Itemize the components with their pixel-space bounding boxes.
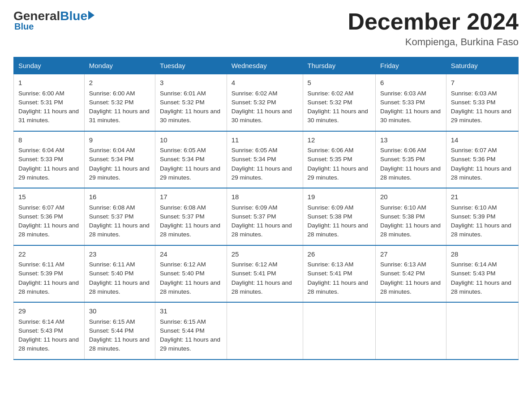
calendar-cell: 8Sunrise: 6:04 AMSunset: 5:33 PMDaylight… xyxy=(14,131,85,188)
logo: General Blue Blue xyxy=(13,9,94,32)
daylight-label: Daylight: 11 hours and 28 minutes. xyxy=(451,222,511,238)
daylight-label: Daylight: 11 hours and 31 minutes. xyxy=(18,108,79,124)
daylight-label: Daylight: 11 hours and 28 minutes. xyxy=(89,279,150,295)
day-number: 1 xyxy=(18,78,80,88)
sunrise-label: Sunrise: 6:07 AM xyxy=(451,147,497,154)
title-area: December 2024 Kompienga, Burkina Faso xyxy=(348,9,519,48)
sunset-label: Sunset: 5:32 PM xyxy=(160,99,205,106)
day-number: 13 xyxy=(380,135,442,146)
sunset-label: Sunset: 5:34 PM xyxy=(232,156,276,163)
calendar-cell: 6Sunrise: 6:03 AMSunset: 5:33 PMDaylight… xyxy=(375,74,446,131)
sunset-label: Sunset: 5:40 PM xyxy=(160,270,205,277)
calendar-cell: 25Sunrise: 6:12 AMSunset: 5:41 PMDayligh… xyxy=(227,245,303,303)
sunrise-label: Sunrise: 6:10 AM xyxy=(380,204,426,211)
sunset-label: Sunset: 5:32 PM xyxy=(308,99,352,106)
calendar-cell: 30Sunrise: 6:15 AMSunset: 5:44 PMDayligh… xyxy=(84,302,155,360)
page-header: General Blue Blue December 2024 Kompieng… xyxy=(13,9,519,48)
sunrise-label: Sunrise: 6:02 AM xyxy=(308,90,354,97)
calendar-cell: 4Sunrise: 6:02 AMSunset: 5:32 PMDaylight… xyxy=(227,74,303,131)
day-number: 29 xyxy=(18,306,80,317)
day-number: 21 xyxy=(451,192,514,202)
day-number: 30 xyxy=(89,306,150,317)
header-wednesday: Wednesday xyxy=(227,57,303,74)
day-number: 16 xyxy=(89,192,150,202)
sunrise-label: Sunrise: 6:14 AM xyxy=(18,318,64,325)
day-number: 15 xyxy=(18,192,80,202)
sunset-label: Sunset: 5:35 PM xyxy=(380,156,425,163)
calendar-header-row: SundayMondayTuesdayWednesdayThursdayFrid… xyxy=(14,57,519,74)
sunrise-label: Sunrise: 6:09 AM xyxy=(232,204,278,211)
daylight-label: Daylight: 11 hours and 28 minutes. xyxy=(160,222,220,238)
daylight-label: Daylight: 11 hours and 29 minutes. xyxy=(89,165,150,181)
sunset-label: Sunset: 5:37 PM xyxy=(232,213,276,220)
daylight-label: Daylight: 11 hours and 28 minutes. xyxy=(18,279,79,295)
sunset-label: Sunset: 5:44 PM xyxy=(89,327,134,334)
sunset-label: Sunset: 5:36 PM xyxy=(451,156,496,163)
calendar-cell xyxy=(227,302,303,360)
daylight-label: Daylight: 11 hours and 28 minutes. xyxy=(232,279,292,295)
sunset-label: Sunset: 5:41 PM xyxy=(232,270,276,277)
calendar-cell: 21Sunrise: 6:10 AMSunset: 5:39 PMDayligh… xyxy=(446,188,518,245)
calendar-cell xyxy=(446,302,518,360)
calendar-week-row: 1Sunrise: 6:00 AMSunset: 5:31 PMDaylight… xyxy=(14,74,519,131)
calendar-cell: 31Sunrise: 6:15 AMSunset: 5:44 PMDayligh… xyxy=(155,302,227,360)
daylight-label: Daylight: 11 hours and 29 minutes. xyxy=(308,165,368,181)
daylight-label: Daylight: 11 hours and 29 minutes. xyxy=(18,165,79,181)
sunset-label: Sunset: 5:39 PM xyxy=(451,213,496,220)
calendar-cell: 22Sunrise: 6:11 AMSunset: 5:39 PMDayligh… xyxy=(14,245,85,303)
calendar-week-row: 8Sunrise: 6:04 AMSunset: 5:33 PMDaylight… xyxy=(14,131,519,188)
logo-arrow-icon xyxy=(88,11,94,20)
daylight-label: Daylight: 11 hours and 28 minutes. xyxy=(308,279,368,295)
daylight-label: Daylight: 11 hours and 28 minutes. xyxy=(380,279,441,295)
day-number: 7 xyxy=(451,78,514,88)
day-number: 31 xyxy=(160,306,222,317)
calendar-cell: 7Sunrise: 6:03 AMSunset: 5:33 PMDaylight… xyxy=(446,74,518,131)
calendar-cell: 11Sunrise: 6:05 AMSunset: 5:34 PMDayligh… xyxy=(227,131,303,188)
day-number: 18 xyxy=(232,192,298,202)
sunrise-label: Sunrise: 6:10 AM xyxy=(451,204,497,211)
sunset-label: Sunset: 5:37 PM xyxy=(89,213,134,220)
day-number: 11 xyxy=(232,135,298,146)
sunrise-label: Sunrise: 6:07 AM xyxy=(18,204,64,211)
sunset-label: Sunset: 5:34 PM xyxy=(160,156,205,163)
calendar-cell xyxy=(375,302,446,360)
sunset-label: Sunset: 5:41 PM xyxy=(308,270,352,277)
day-number: 20 xyxy=(380,192,442,202)
calendar-cell: 28Sunrise: 6:14 AMSunset: 5:43 PMDayligh… xyxy=(446,245,518,303)
sunset-label: Sunset: 5:32 PM xyxy=(89,99,134,106)
daylight-label: Daylight: 11 hours and 31 minutes. xyxy=(89,108,150,124)
calendar-cell: 10Sunrise: 6:05 AMSunset: 5:34 PMDayligh… xyxy=(155,131,227,188)
sunrise-label: Sunrise: 6:03 AM xyxy=(451,90,497,97)
sunrise-label: Sunrise: 6:11 AM xyxy=(18,261,64,268)
calendar-cell: 23Sunrise: 6:11 AMSunset: 5:40 PMDayligh… xyxy=(84,245,155,303)
sunset-label: Sunset: 5:38 PM xyxy=(308,213,352,220)
sunrise-label: Sunrise: 6:15 AM xyxy=(89,318,135,325)
logo-subtitle: Blue xyxy=(13,21,34,32)
header-monday: Monday xyxy=(84,57,155,74)
header-friday: Friday xyxy=(375,57,446,74)
day-number: 3 xyxy=(160,78,222,88)
day-number: 9 xyxy=(89,135,150,146)
daylight-label: Daylight: 11 hours and 29 minutes. xyxy=(451,108,511,124)
calendar-cell: 20Sunrise: 6:10 AMSunset: 5:38 PMDayligh… xyxy=(375,188,446,245)
day-number: 2 xyxy=(89,78,150,88)
day-number: 19 xyxy=(308,192,371,202)
header-tuesday: Tuesday xyxy=(155,57,227,74)
sunrise-label: Sunrise: 6:05 AM xyxy=(232,147,278,154)
sunrise-label: Sunrise: 6:13 AM xyxy=(380,261,426,268)
sunset-label: Sunset: 5:33 PM xyxy=(451,99,496,106)
calendar-cell: 12Sunrise: 6:06 AMSunset: 5:35 PMDayligh… xyxy=(303,131,375,188)
sunset-label: Sunset: 5:37 PM xyxy=(160,213,205,220)
sunset-label: Sunset: 5:36 PM xyxy=(18,213,63,220)
header-sunday: Sunday xyxy=(14,57,85,74)
calendar-cell: 19Sunrise: 6:09 AMSunset: 5:38 PMDayligh… xyxy=(303,188,375,245)
calendar-cell: 27Sunrise: 6:13 AMSunset: 5:42 PMDayligh… xyxy=(375,245,446,303)
calendar-cell: 13Sunrise: 6:06 AMSunset: 5:35 PMDayligh… xyxy=(375,131,446,188)
calendar-cell: 15Sunrise: 6:07 AMSunset: 5:36 PMDayligh… xyxy=(14,188,85,245)
daylight-label: Daylight: 11 hours and 30 minutes. xyxy=(232,108,292,124)
sunset-label: Sunset: 5:32 PM xyxy=(232,99,276,106)
sunrise-label: Sunrise: 6:05 AM xyxy=(160,147,206,154)
sunset-label: Sunset: 5:35 PM xyxy=(308,156,352,163)
sunset-label: Sunset: 5:39 PM xyxy=(18,270,63,277)
calendar-cell: 29Sunrise: 6:14 AMSunset: 5:43 PMDayligh… xyxy=(14,302,85,360)
